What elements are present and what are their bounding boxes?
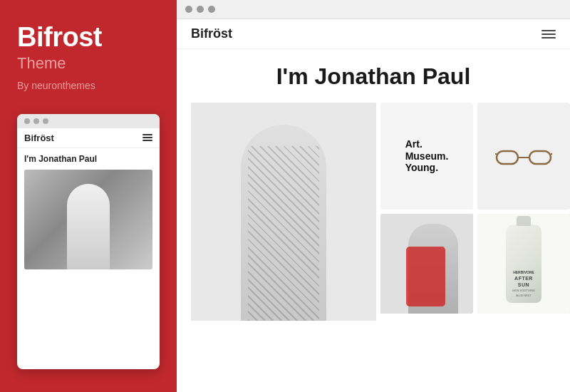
person-small-visual [380, 214, 473, 314]
svg-rect-0 [497, 151, 518, 164]
site-nav-logo: Bifröst [191, 26, 232, 41]
image-herbivore-bottle: HERBIVORE AFTERSUN SKIN SOOTHINGALOE MIS… [477, 214, 570, 314]
mini-browser-bar [17, 114, 160, 128]
chrome-dot-3 [208, 6, 215, 13]
bottle-visual: HERBIVORE AFTERSUN SKIN SOOTHINGALOE MIS… [477, 214, 570, 314]
sidebar-subtitle: Theme [17, 54, 160, 73]
mini-browser-preview: Bifröst I'm Jonathan Paul [17, 114, 160, 369]
sidebar-title: Bifrost [17, 23, 160, 53]
art-museum-text: Art.Museum.Young. [405, 138, 449, 174]
mini-dot-1 [24, 118, 30, 124]
mini-hero-text: I'm Jonathan Paul [24, 154, 152, 164]
sidebar: Bifrost Theme By neuronthemes Bifröst I'… [0, 0, 177, 392]
sidebar-byline: By neuronthemes [17, 80, 160, 91]
mini-hamburger-icon [142, 134, 152, 141]
bottle-label: HERBIVORE AFTERSUN SKIN SOOTHINGALOE MIS… [512, 270, 535, 297]
site-nav: Bifröst [177, 19, 570, 49]
mini-dot-2 [33, 118, 39, 124]
mini-content: I'm Jonathan Paul [17, 148, 160, 275]
image-person-partial [380, 214, 473, 314]
browser-chrome [177, 0, 570, 19]
glasses-svg-icon [495, 145, 552, 167]
image-art-museum-bag: Art.Museum.Young. [380, 103, 473, 210]
svg-rect-1 [529, 151, 551, 164]
bottle-shape: HERBIVORE AFTERSUN SKIN SOOTHINGALOE MIS… [506, 225, 542, 303]
mini-nav: Bifröst [17, 128, 160, 148]
art-museum-visual: Art.Museum.Young. [380, 103, 473, 210]
mini-person-image [24, 170, 152, 269]
hero-title: I'm Jonathan Paul [191, 63, 556, 90]
chrome-dot-2 [197, 6, 204, 13]
mini-dot-3 [43, 118, 48, 124]
site-content: I'm Jonathan Paul Art.Museum.Young. [177, 49, 570, 392]
fashion-person-visual [191, 103, 376, 321]
chrome-dot-1 [185, 6, 192, 13]
main-browser: Bifröst I'm Jonathan Paul Art.Museum.You… [177, 0, 570, 392]
bottle-cap [517, 216, 531, 226]
image-grid: Art.Museum.Young. [191, 103, 556, 314]
image-fashion-person [191, 103, 376, 321]
glasses-visual [477, 103, 570, 210]
mini-hero-image [24, 170, 152, 269]
mini-nav-logo: Bifröst [24, 133, 54, 143]
image-glasses [477, 103, 570, 210]
site-hamburger-icon[interactable] [542, 30, 556, 38]
